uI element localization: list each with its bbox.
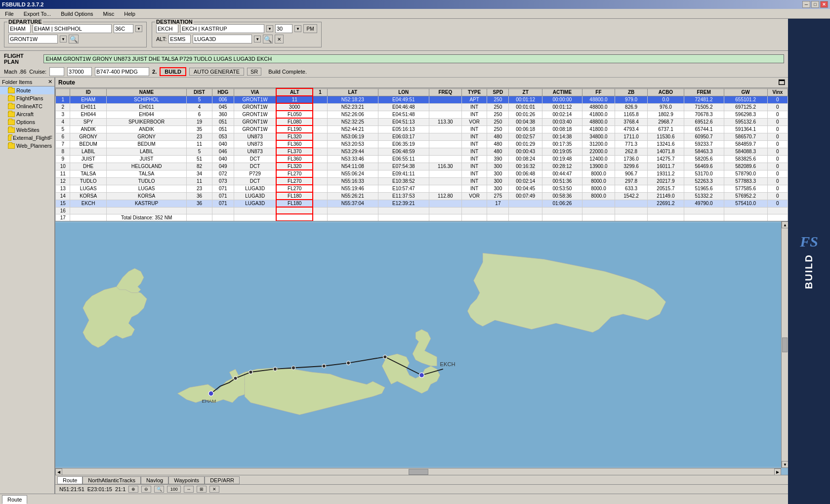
col-header-freq[interactable]: FREQ [429, 88, 461, 96]
alt-dropdown[interactable]: ▼ [254, 36, 261, 42]
table-row[interactable]: 4SPYSPUIKERBOOR19051GRONT1WFL080N52:32:2… [56, 118, 788, 126]
col-header-lat[interactable]: LAT [327, 88, 378, 96]
col-header-ff[interactable]: FF [582, 88, 615, 96]
route-table-section[interactable]: ID NAME DIST HDG VIA ALT 1 LAT LON FREQ [55, 88, 788, 221]
menu-help[interactable]: Help [121, 10, 138, 18]
pan-button[interactable]: ↔ [184, 486, 194, 493]
route-maximize-icon[interactable]: 🗖 [778, 79, 785, 86]
tab-route[interactable]: Route [57, 476, 83, 484]
build-button[interactable]: BUILD [160, 67, 186, 76]
table-row[interactable]: 15EKCHKASTRUP36071LUGA3DFL180N55:37:04E1… [56, 200, 788, 207]
col-header-gw[interactable]: GW [724, 88, 767, 96]
table-row[interactable]: 17Total Distance: 352 NM [56, 214, 788, 221]
fp-route-text[interactable]: EHAM GRONT1W GRONY UN873 JUIST DHE TALSA… [43, 54, 784, 63]
table-row[interactable]: 1EHAMSCHIPHOL5006GRONT1W11N52:18:23E04:4… [56, 96, 788, 103]
table-row[interactable]: 2EH011EH0114045GRONT1W3000N52:23:21E04:4… [56, 103, 788, 111]
grid-button[interactable]: ⊞ [197, 486, 207, 493]
departure-runway-dropdown[interactable]: ▼ [135, 25, 142, 32]
clear-button[interactable]: ✕ [275, 35, 284, 43]
sidebar-item-websites[interactable]: WebSites [0, 126, 54, 134]
pm-button[interactable]: PM [303, 24, 317, 33]
sidebar-item-flightplans[interactable]: FlightPlans [0, 94, 54, 102]
map-scroll-left[interactable]: ◀ [55, 468, 62, 475]
zoom-out-button[interactable]: ⊖ [141, 486, 151, 493]
aircraft-value[interactable] [95, 67, 149, 76]
table-row[interactable]: 14KORSAKORSA36071LUGA3DFL180N55:26:21E11… [56, 192, 788, 200]
outer-tab-route[interactable]: Route [2, 495, 27, 504]
departure-sid-dropdown[interactable]: ▼ [60, 36, 67, 42]
table-row[interactable]: 8LABILLABIL5046UN873FL370N53:29:44E06:48… [56, 148, 788, 155]
sidebar-item-route[interactable]: Route [0, 86, 54, 94]
zoom-in-button[interactable]: ⊕ [128, 486, 138, 493]
table-row[interactable]: 10DHEHELGOLAND82049DCTFL320N54:11:08E07:… [56, 163, 788, 170]
magnify-button[interactable]: 🔍 [154, 486, 164, 493]
menu-file[interactable]: File [2, 10, 17, 18]
col-header-name[interactable]: NAME [106, 88, 186, 96]
col-header-flag[interactable]: 1 [313, 88, 327, 96]
map-hscroll[interactable]: ◀ ▶ [55, 468, 781, 475]
alt-icao[interactable] [168, 35, 191, 43]
sidebar-item-webplanners[interactable]: Web_Planners [0, 142, 54, 150]
tab-waypoints[interactable]: Waypoints [168, 476, 205, 484]
departure-search-button[interactable]: 🔍 [69, 35, 79, 43]
destination-name[interactable] [180, 24, 264, 33]
departure-runway[interactable] [114, 24, 133, 33]
col-header-dist[interactable]: DIST [187, 88, 212, 96]
departure-name[interactable] [33, 24, 112, 33]
tab-navlog[interactable]: Navlog [141, 476, 168, 484]
sidebar-item-onlineatc[interactable]: OnlineATC [0, 102, 54, 110]
minimize-button[interactable]: ─ [802, 1, 810, 8]
destination-runway[interactable] [275, 24, 292, 33]
col-header-via[interactable]: VIA [234, 88, 276, 96]
col-header-id[interactable]: ID [70, 88, 107, 96]
alt-search-button[interactable]: 🔍 [263, 35, 273, 43]
col-header-spd[interactable]: SPD [487, 88, 509, 96]
destination-name-dropdown[interactable]: ▼ [266, 25, 273, 32]
table-row[interactable]: 9JUISTJUIST51040DCTFL360N53:33:46E06:55:… [56, 155, 788, 163]
sidebar-item-options[interactable]: Options [0, 118, 54, 126]
table-row[interactable]: 7BEDUMBEDUM11040UN873FL360N53:20:53E06:3… [56, 140, 788, 148]
destination-icao[interactable] [156, 24, 178, 33]
alt-name[interactable] [193, 35, 252, 43]
col-header-hdg[interactable]: HDG [212, 88, 234, 96]
col-header-zt[interactable]: ZT [509, 88, 542, 96]
col-header-zb[interactable]: ZB [615, 88, 648, 96]
map-vscroll-thumb[interactable] [782, 337, 788, 352]
map-view[interactable]: EKCH EHAM [55, 221, 788, 468]
col-header-vinx[interactable]: Vinx [767, 88, 788, 96]
col-header-actime[interactable]: ACTIME [542, 88, 582, 96]
sidebar-item-external[interactable]: External_FlightF [0, 134, 54, 142]
menu-export[interactable]: Export To... [21, 10, 54, 18]
menu-misc[interactable]: Misc [100, 10, 118, 18]
tab-northatlantic[interactable]: NorthAtlanticTracks [83, 476, 141, 484]
menu-build-options[interactable]: Build Options [58, 10, 96, 18]
table-row[interactable]: 6GRONYGRONY23053UN873FL320N53:06:19E06:0… [56, 133, 788, 140]
sr-button[interactable]: SR [247, 68, 261, 76]
maximize-button[interactable]: □ [811, 1, 819, 8]
departure-icao[interactable] [8, 24, 31, 33]
map-scroll-right[interactable]: ▶ [774, 468, 781, 475]
zoom-100-button[interactable]: 100 [167, 486, 181, 493]
table-row[interactable]: 12TUDLOTUDLO11073DCTFL270N55:16:33E10:38… [56, 177, 788, 185]
departure-sid[interactable] [8, 35, 58, 43]
map-scroll-down[interactable]: ▼ [782, 461, 788, 468]
col-header-lon[interactable]: LON [378, 88, 429, 96]
table-row[interactable]: 11TALSATALSA34072P729FL270N55:06:24E09:4… [56, 170, 788, 177]
table-row[interactable]: 5ANDIKANDIK35051GRONT1WFL190N52:44:21E05… [56, 126, 788, 133]
clear-map-button[interactable]: ✕ [209, 486, 219, 493]
autogenerate-button[interactable]: AUTO GENERATE [189, 68, 244, 76]
map-scroll-up[interactable]: ▲ [782, 221, 788, 228]
col-header-type[interactable]: TYPE [461, 88, 487, 96]
col-header-frem[interactable]: FREM [684, 88, 724, 96]
close-button[interactable]: ✕ [820, 1, 828, 8]
col-header-alt[interactable]: ALT [276, 88, 313, 96]
cruise-value[interactable] [49, 67, 64, 76]
map-section[interactable]: EKCH EHAM ◀ ▶ ▲ [55, 221, 788, 475]
map-scroll-thumb[interactable] [409, 469, 428, 475]
destination-runway-dropdown[interactable]: ▼ [294, 25, 301, 32]
tab-deparr[interactable]: DEP/ARR [205, 476, 240, 484]
altitude-value[interactable] [67, 67, 92, 76]
sidebar-item-aircraft[interactable]: Aircraft [0, 110, 54, 118]
col-header-acbo[interactable]: ACBO [648, 88, 684, 96]
table-row[interactable]: 16 [56, 207, 788, 214]
